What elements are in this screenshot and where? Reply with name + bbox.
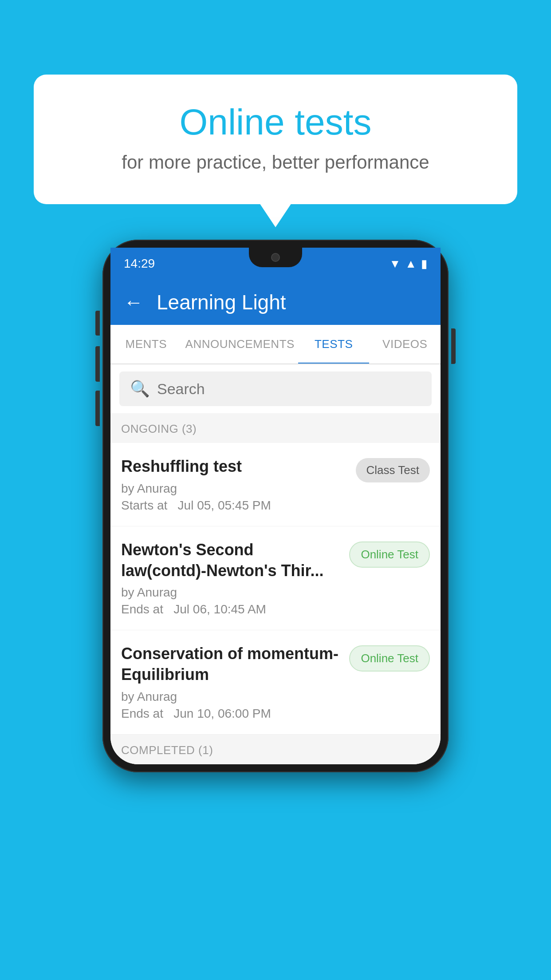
- search-wrapper[interactable]: 🔍: [119, 371, 432, 406]
- tabs-container: MENTS ANNOUNCEMENTS TESTS VIDEOS: [110, 325, 441, 364]
- signal-icon: ▲: [405, 257, 417, 271]
- bubble-title: Online tests: [69, 101, 482, 143]
- tab-announcements[interactable]: ANNOUNCEMENTS: [182, 325, 298, 364]
- phone-body: 14:29 ▼ ▲ ▮ ← Learning Light MENTS: [102, 240, 449, 772]
- power-button: [451, 328, 456, 364]
- bubble-subtitle: for more practice, better performance: [69, 152, 482, 173]
- search-container: 🔍: [110, 364, 441, 413]
- wifi-icon: ▼: [390, 257, 401, 271]
- phone-notch: [249, 248, 302, 267]
- volume-up-button: [95, 346, 100, 382]
- test-badge-class: Class Test: [356, 458, 430, 482]
- test-time: Ends at Jul 06, 10:45 AM: [121, 602, 340, 616]
- test-name: Reshuffling test: [121, 456, 347, 477]
- test-name: Newton's Second law(contd)-Newton's Thir…: [121, 540, 340, 581]
- tab-ments[interactable]: MENTS: [110, 325, 182, 364]
- completed-section-header: COMPLETED (1): [110, 735, 441, 764]
- search-icon: 🔍: [130, 379, 150, 398]
- status-bar: 14:29 ▼ ▲ ▮: [110, 248, 441, 280]
- test-badge-online: Online Test: [349, 645, 430, 672]
- test-badge-online: Online Test: [349, 541, 430, 568]
- app-screen: ← Learning Light MENTS ANNOUNCEMENTS TES…: [110, 280, 441, 764]
- phone-mockup: 14:29 ▼ ▲ ▮ ← Learning Light MENTS: [102, 240, 449, 772]
- test-item[interactable]: Reshuffling test by Anurag Starts at Jul…: [110, 443, 441, 526]
- back-button[interactable]: ←: [124, 291, 143, 313]
- app-title: Learning Light: [157, 290, 286, 314]
- test-info: Conservation of momentum-Equilibrium by …: [121, 644, 349, 721]
- volume-down-button: [95, 391, 100, 426]
- app-header: ← Learning Light: [110, 280, 441, 325]
- camera: [271, 253, 280, 262]
- test-author: by Anurag: [121, 482, 347, 496]
- speech-bubble: Online tests for more practice, better p…: [34, 75, 517, 204]
- test-item[interactable]: Conservation of momentum-Equilibrium by …: [110, 630, 441, 735]
- silent-button: [95, 311, 100, 336]
- test-item[interactable]: Newton's Second law(contd)-Newton's Thir…: [110, 526, 441, 631]
- test-info: Reshuffling test by Anurag Starts at Jul…: [121, 456, 356, 513]
- test-time: Starts at Jul 05, 05:45 PM: [121, 498, 347, 513]
- tab-tests[interactable]: TESTS: [298, 325, 370, 364]
- ongoing-section-header: ONGOING (3): [110, 413, 441, 443]
- search-input[interactable]: [157, 380, 421, 398]
- tab-videos[interactable]: VIDEOS: [369, 325, 441, 364]
- status-time: 14:29: [124, 257, 155, 271]
- test-info: Newton's Second law(contd)-Newton's Thir…: [121, 540, 349, 617]
- test-name: Conservation of momentum-Equilibrium: [121, 644, 340, 685]
- battery-icon: ▮: [421, 257, 427, 271]
- test-author: by Anurag: [121, 690, 340, 704]
- test-time: Ends at Jun 10, 06:00 PM: [121, 707, 340, 721]
- status-icons: ▼ ▲ ▮: [390, 257, 427, 271]
- test-list: Reshuffling test by Anurag Starts at Jul…: [110, 443, 441, 735]
- test-author: by Anurag: [121, 585, 340, 600]
